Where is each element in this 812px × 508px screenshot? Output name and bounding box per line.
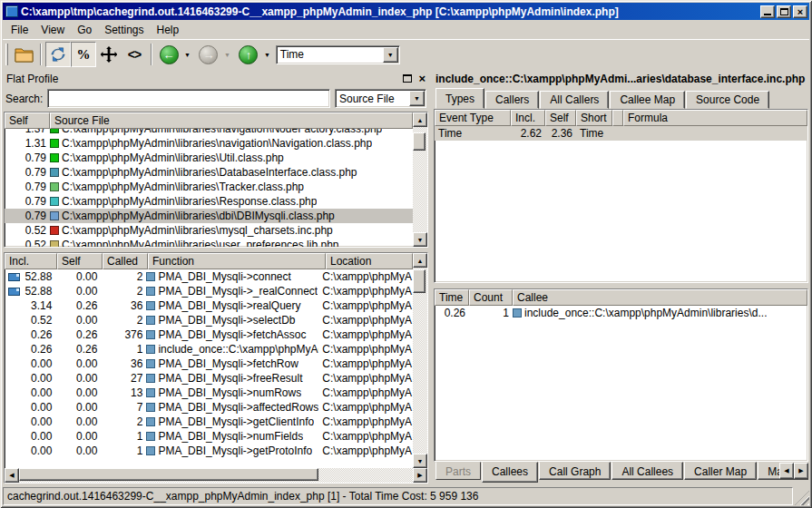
- event-type-row[interactable]: Time2.622.36Time: [435, 126, 807, 141]
- function-col-header[interactable]: Location: [326, 253, 413, 269]
- tab-caller-map[interactable]: Caller Map: [684, 462, 757, 480]
- menu-view[interactable]: View: [34, 22, 71, 38]
- location-value: C:\xampp\phpMyA: [318, 400, 413, 415]
- event-type-selector[interactable]: Time ▼: [276, 45, 400, 64]
- group-selector[interactable]: Source File ▼: [335, 89, 426, 108]
- forward-dropdown-caret[interactable]: ▼: [224, 52, 230, 58]
- scroll-up-icon[interactable]: ▲: [413, 253, 427, 268]
- callee-col-header[interactable]: Count: [469, 289, 513, 306]
- source-col-header[interactable]: Self: [5, 112, 50, 129]
- tab-all-callees[interactable]: All Callees: [611, 462, 683, 480]
- function-table-vscrollbar[interactable]: ▲ ▼: [413, 253, 427, 468]
- tab-source-code[interactable]: Source Code: [686, 91, 769, 109]
- event-col-header[interactable]: [612, 110, 623, 126]
- title-bar[interactable]: C:\xampp\tmp\cachegrind.out.1416463299-C…: [3, 3, 809, 20]
- source-file-row[interactable]: 0.79C:\xampp\phpMyAdmin\libraries\Util.c…: [5, 151, 413, 165]
- event-col-header[interactable]: Self: [545, 110, 576, 126]
- tab-types[interactable]: Types: [435, 88, 484, 109]
- relative-percent-button[interactable]: %: [71, 42, 96, 67]
- source-file-row[interactable]: 0.79C:\xampp\phpMyAdmin\libraries\Databa…: [5, 165, 413, 180]
- resize-grip[interactable]: [795, 491, 809, 505]
- tab-callee-map[interactable]: Callee Map: [610, 91, 685, 109]
- event-col-header[interactable]: Short: [576, 110, 612, 126]
- shorten-templates-button[interactable]: <>: [122, 42, 147, 67]
- function-row[interactable]: 0.000.001PMA_DBI_Mysqli->numFieldsC:\xam…: [5, 429, 413, 444]
- function-row[interactable]: 0.520.002PMA_DBI_Mysqli->selectDbC:\xamp…: [5, 313, 413, 327]
- location-value: C:\xampp\phpMyA: [318, 313, 413, 327]
- function-row[interactable]: 0.260.26376PMA_DBI_Mysqli->fetchAssocC:\…: [5, 327, 413, 342]
- function-row[interactable]: 52.880.002PMA_DBI_Mysqli->_realConnectC:…: [5, 284, 413, 298]
- incl-value: 52.88: [24, 269, 52, 284]
- flat-profile-titlebar[interactable]: Flat Profile ×: [3, 70, 429, 87]
- source-file-row[interactable]: 0.79C:\xampp\phpMyAdmin\libraries\Respon…: [5, 194, 413, 209]
- function-row[interactable]: 0.000.002PMA_DBI_Mysqli->getClientInfoC:…: [5, 415, 413, 429]
- scroll-left-icon[interactable]: ◀: [5, 468, 19, 483]
- event-col-header[interactable]: Event Type: [435, 110, 511, 126]
- source-file-row[interactable]: 1.31C:\xampp\phpMyAdmin\libraries\naviga…: [5, 136, 413, 151]
- source-file-row[interactable]: 1.37C:\xampp\phpMyAdmin\libraries\naviga…: [5, 129, 413, 136]
- combo-dropdown-icon[interactable]: ▼: [383, 47, 398, 63]
- function-row[interactable]: 0.000.0036PMA_DBI_Mysqli->fetchRowC:\xam…: [5, 357, 413, 371]
- search-input[interactable]: [47, 89, 330, 108]
- menu-settings[interactable]: Settings: [98, 22, 150, 38]
- function-icon: [146, 301, 155, 310]
- function-row[interactable]: 0.000.0013PMA_DBI_Mysqli->numRowsC:\xamp…: [5, 386, 413, 400]
- back-dropdown-caret[interactable]: ▼: [184, 52, 191, 58]
- source-list-scrollbar[interactable]: ▲ ▼: [413, 112, 427, 247]
- scroll-up-icon[interactable]: ▲: [413, 112, 427, 127]
- tab-all-callers[interactable]: All Callers: [540, 91, 609, 109]
- up-button[interactable]: ↑: [236, 42, 261, 67]
- menu-file[interactable]: File: [5, 22, 34, 38]
- function-col-header[interactable]: Self: [57, 253, 103, 269]
- function-row[interactable]: 0.000.001PMA_DBI_Mysqli->getProtoInfoC:\…: [5, 444, 413, 458]
- location-value: C:\xampp\phpMyA: [318, 444, 413, 458]
- combo-dropdown-icon[interactable]: ▼: [409, 91, 425, 106]
- event-col-header[interactable]: Incl.: [511, 110, 545, 126]
- source-file-row[interactable]: 0.52C:\xampp\phpMyAdmin\libraries\mysql_…: [5, 223, 413, 238]
- callee-row[interactable]: 0.261include_once::C:\xampp\phpMyAdmin\l…: [435, 306, 807, 320]
- scroll-thumb[interactable]: [413, 269, 426, 293]
- source-col-header[interactable]: Source File: [50, 112, 413, 129]
- scroll-thumb[interactable]: [19, 468, 318, 481]
- source-self-value: 0.79: [5, 180, 50, 194]
- scroll-down-icon[interactable]: ▼: [413, 232, 427, 247]
- function-row[interactable]: 0.000.007PMA_DBI_Mysqli->affectedRowsC:\…: [5, 400, 413, 415]
- function-col-header[interactable]: Incl.: [5, 253, 57, 269]
- back-button[interactable]: ←: [156, 42, 181, 67]
- tabs-scroll-left-icon[interactable]: ◀: [779, 463, 794, 479]
- scroll-down-icon[interactable]: ▼: [413, 454, 427, 468]
- source-file-row[interactable]: 0.79C:\xampp\phpMyAdmin\libraries\dbi\DB…: [5, 209, 413, 223]
- tab-callees[interactable]: Callees: [482, 462, 538, 483]
- function-row[interactable]: 0.000.0027PMA_DBI_Mysqli->freeResultC:\x…: [5, 371, 413, 386]
- open-file-button[interactable]: [11, 42, 36, 67]
- function-col-header[interactable]: Called: [103, 253, 148, 269]
- float-panel-icon[interactable]: [403, 74, 412, 83]
- maximize-button[interactable]: [777, 5, 791, 18]
- cycle-detection-button[interactable]: [45, 42, 71, 67]
- function-row[interactable]: 52.880.002PMA_DBI_Mysqli->connectC:\xamp…: [5, 269, 413, 284]
- tab-call-graph[interactable]: Call Graph: [539, 462, 611, 480]
- scroll-thumb[interactable]: [413, 132, 426, 151]
- minimize-button[interactable]: [760, 5, 775, 18]
- function-row[interactable]: 3.140.2636PMA_DBI_Mysqli->realQueryC:\xa…: [5, 298, 413, 313]
- function-row[interactable]: 0.260.261include_once::C:\xampp\phpMyAd.…: [5, 342, 413, 357]
- tabs-scroll-right-icon[interactable]: ▶: [794, 463, 808, 479]
- source-file-row[interactable]: 0.52C:\xampp\phpMyAdmin\libraries\user_p…: [5, 238, 413, 247]
- forward-button[interactable]: →: [196, 42, 221, 67]
- tab-callers[interactable]: Callers: [485, 91, 539, 109]
- close-panel-icon[interactable]: ×: [418, 74, 426, 83]
- scroll-right-icon[interactable]: ▶: [413, 468, 427, 483]
- up-dropdown-caret[interactable]: ▼: [264, 52, 270, 58]
- callee-col-header[interactable]: Callee: [513, 289, 807, 306]
- source-file-row[interactable]: 0.79C:\xampp\phpMyAdmin\libraries\Tracke…: [5, 180, 413, 194]
- menu-go[interactable]: Go: [71, 22, 98, 38]
- toolbar-handle[interactable]: [5, 44, 8, 65]
- tab-parts[interactable]: Parts: [435, 462, 481, 480]
- callee-col-header[interactable]: Time: [435, 289, 469, 306]
- close-button[interactable]: ×: [793, 5, 807, 18]
- relative-to-parent-button[interactable]: [96, 42, 122, 67]
- function-table-hscrollbar[interactable]: ◀ ▶: [5, 468, 427, 483]
- event-col-header[interactable]: Formula: [623, 110, 807, 126]
- menu-help[interactable]: Help: [151, 22, 186, 38]
- function-col-header[interactable]: Function: [148, 253, 326, 269]
